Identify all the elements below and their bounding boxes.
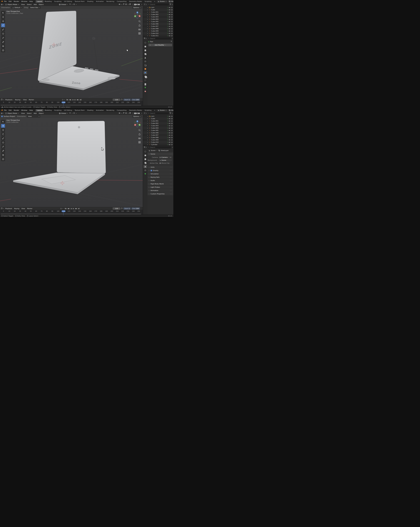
properties-editor-dropdown-icon[interactable]: ▾ — [146, 147, 147, 148]
blender-logo-icon[interactable] — [1, 0, 3, 3]
hide-eye-icon[interactable] — [169, 14, 170, 15]
tab-material[interactable] — [144, 90, 147, 93]
timeline-menu[interactable]: Keying▾ — [14, 99, 22, 101]
mode-selector[interactable]: Object Mode▾ — [4, 112, 20, 115]
use-preview-range-icon[interactable] — [121, 208, 123, 210]
tool-move-button[interactable] — [1, 128, 5, 132]
properties-editor-icon[interactable] — [144, 146, 145, 148]
outliner-item[interactable]: ▸ ▽ Cube.001 ▽ — [143, 120, 173, 122]
tool-annotate-button[interactable] — [1, 36, 5, 40]
snap-magnet-icon[interactable] — [69, 3, 71, 6]
transform-orientation-dropdown[interactable]: Global▾ — [58, 112, 68, 115]
disable-render-icon[interactable] — [171, 125, 173, 127]
outliner-editor-icon[interactable] — [144, 3, 145, 6]
overlays-icon[interactable] — [125, 112, 127, 114]
menubar-menu[interactable]: Render — [13, 0, 20, 3]
expand-icon[interactable]: ▸ — [147, 14, 148, 15]
workspace-tab[interactable]: Geometry Nodes — [128, 109, 143, 112]
tab-tool[interactable] — [144, 41, 147, 44]
expand-icon[interactable]: ▸ — [147, 137, 148, 138]
outliner-editor-dropdown-icon[interactable]: ▾ — [146, 4, 147, 5]
tool-extra-button[interactable] — [1, 157, 5, 161]
properties-search-input[interactable] — [150, 146, 171, 148]
scene-selector[interactable]: Scene ＋ — [157, 0, 167, 3]
properties-section[interactable]: ▸Light Probes:::: — [147, 186, 173, 189]
viewport-menu[interactable]: View — [20, 112, 26, 115]
properties-search[interactable] — [147, 37, 171, 40]
falloff-dropdown-icon[interactable]: ▾ — [76, 4, 77, 5]
play-button[interactable]: ▶ — [72, 208, 74, 209]
mode-selector[interactable]: Object Mode▾ — [4, 3, 20, 6]
disable-render-icon[interactable] — [171, 23, 173, 25]
outliner-item[interactable]: ▸ ▽ Cylinder ▽ — [143, 143, 173, 145]
expand-icon[interactable]: ▸ — [147, 21, 148, 22]
gravity-checkbox[interactable]: ✓ — [151, 170, 152, 171]
expand-icon[interactable]: ▸ — [147, 144, 148, 145]
expand-icon[interactable]: ▸ — [147, 139, 148, 141]
orientation-dropdown[interactable]: View▾ — [27, 115, 40, 118]
tool-rotate-button[interactable] — [1, 23, 5, 27]
viewport-menu[interactable]: View — [20, 3, 26, 6]
expand-icon[interactable]: ▸ — [147, 9, 148, 11]
expand-icon[interactable]: ▸ — [147, 11, 148, 13]
outliner-search-input[interactable] — [150, 112, 168, 114]
timeline-menu[interactable]: Playback▾ — [4, 99, 14, 101]
menubar-menu[interactable]: File — [3, 109, 8, 111]
drag-dropdown[interactable]: Select Box▾ — [29, 6, 41, 9]
outliner-item[interactable]: ▸ ▽ Cube.004 ▽ — [143, 127, 173, 129]
outliner-item[interactable]: ▸ ▽ Cube.001 ▽ — [143, 11, 173, 13]
surface-project-checkbox[interactable]: ✓ — [1, 116, 3, 117]
auto-keying-toggle[interactable]: ▾ — [60, 208, 63, 209]
pin-icon[interactable] — [170, 41, 172, 43]
hide-eye-icon[interactable] — [169, 144, 170, 145]
timeline-menu[interactable]: View▾ — [22, 99, 28, 101]
play-reverse-button[interactable]: ◀ — [72, 99, 74, 101]
overlays-dropdown-icon[interactable]: ▾ — [128, 113, 129, 114]
shading-wireframe-icon[interactable] — [132, 4, 134, 5]
disable-render-icon[interactable] — [171, 30, 173, 32]
shading-material-icon[interactable] — [136, 113, 138, 114]
gravity-section[interactable]: ▸ ✓ Gravity :::: — [147, 169, 173, 172]
hide-eye-icon[interactable] — [169, 11, 170, 13]
hide-eye-icon[interactable] — [169, 118, 170, 120]
expand-icon[interactable]: ▸ — [147, 19, 148, 20]
tab-output[interactable] — [144, 157, 147, 161]
ortho-grid-icon[interactable] — [138, 141, 141, 143]
properties-section[interactable]: ▸Keying Sets:::: — [147, 176, 173, 179]
tab-object[interactable] — [144, 67, 147, 71]
tab-tool[interactable] — [144, 150, 147, 153]
xray-toggle-icon[interactable] — [129, 3, 131, 6]
options-button[interactable]: Options▾ — [132, 6, 142, 9]
expand-icon[interactable]: ▸ — [147, 116, 148, 117]
outliner-item[interactable]: ▸ ▽ Cube.006 ▽ — [143, 23, 173, 25]
outliner-item[interactable]: ▸ ▽ Cube ▽ — [143, 9, 173, 11]
orientation-dropdown[interactable]: Default▾ — [11, 6, 22, 9]
workspace-tab[interactable]: Texture Paint — [74, 109, 86, 112]
workspace-tab[interactable]: Sculpting — [53, 109, 63, 112]
disable-render-icon[interactable] — [171, 9, 173, 11]
workspace-tab[interactable]: Sculpting — [53, 0, 63, 3]
viewlayer-selector[interactable]: ViewLayer × — [168, 109, 173, 111]
zoom-icon[interactable] — [138, 129, 141, 131]
disable-render-icon[interactable] — [171, 134, 173, 136]
disable-render-icon[interactable] — [171, 14, 173, 15]
disable-render-icon[interactable] — [171, 144, 173, 145]
jump-to-end-button[interactable]: ▶ — [78, 208, 80, 209]
viewport-3d[interactable]: User Perspective (110) Collection — [0, 118, 143, 207]
visibility-dropdown-icon[interactable]: ▾ — [122, 113, 122, 114]
disable-render-icon[interactable] — [171, 137, 173, 138]
properties-section[interactable]: ▸Custom Properties:::: — [147, 192, 173, 195]
disable-render-icon[interactable] — [171, 123, 173, 124]
tool-measure-button[interactable] — [1, 40, 5, 44]
prev-keyframe-button[interactable]: ◀◆ — [67, 208, 70, 209]
prev-keyframe-button[interactable]: ◀◆ — [69, 99, 72, 101]
viewport-menu[interactable]: Object — [38, 3, 45, 6]
outliner-search[interactable] — [147, 3, 169, 6]
tool-rotate-button[interactable] — [1, 132, 5, 136]
scene-selector[interactable]: Scene ＋ — [157, 109, 167, 111]
menubar-menu[interactable]: Render — [13, 109, 20, 111]
disable-render-icon[interactable] — [171, 16, 173, 18]
navigation-gizmo[interactable]: Z X Y — [133, 120, 141, 128]
active-clip-field[interactable]: Movie Clip — [159, 162, 172, 164]
scrollbar-thumb[interactable] — [0, 105, 141, 106]
